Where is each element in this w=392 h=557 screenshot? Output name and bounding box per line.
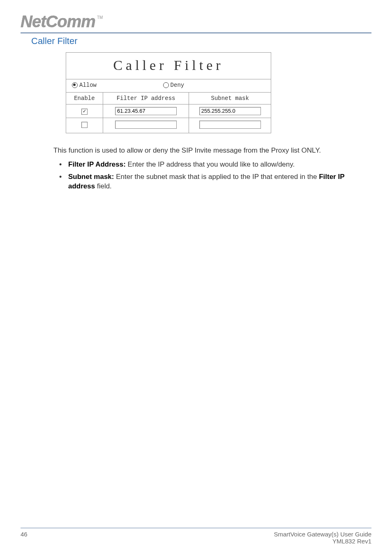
revision: YML832 Rev1 <box>274 538 371 545</box>
list-item: Filter IP Address: Enter the IP address … <box>67 160 371 169</box>
page-footer: 46 SmartVoice Gateway(s) User Guide YML8… <box>21 528 371 545</box>
header-rule <box>21 32 371 33</box>
body-text: This function is used to allow or deny t… <box>53 146 371 191</box>
desc-subnet-pre: Enter the subnet mask that is applied to… <box>114 173 319 181</box>
panel-title: Caller Filter <box>113 58 224 73</box>
guide-title: SmartVoice Gateway(s) User Guide <box>274 531 371 538</box>
subnet-mask-input[interactable]: 255.255.255.0 <box>199 107 261 115</box>
panel-title-box: Caller Filter <box>66 52 271 79</box>
column-header-filter-ip: Filter IP address <box>103 93 189 104</box>
brand-logo: NetComm TM <box>21 12 371 31</box>
subnet-mask-input[interactable] <box>199 121 261 129</box>
column-header-enable: Enable <box>66 93 103 104</box>
deny-radio[interactable]: Deny <box>163 82 184 88</box>
term-subnet-mask: Subnet mask: <box>68 173 114 181</box>
table-row: ✓ 61.23.45.67 255.255.255.0 <box>66 104 271 118</box>
enable-checkbox[interactable]: ✓ <box>81 109 88 115</box>
caller-filter-panel: Caller Filter Allow Deny <box>66 52 271 133</box>
term-filter-ip: Filter IP Address: <box>68 160 126 168</box>
radio-icon <box>163 82 169 88</box>
allow-radio-label: Allow <box>79 82 97 88</box>
desc-filter-ip: Enter the IP address that you would like… <box>126 160 295 168</box>
radio-icon <box>72 82 78 88</box>
column-header-subnet: Subnet mask <box>189 93 271 104</box>
caller-filter-table: Allow Deny Enable Filter IP address Subn… <box>66 79 271 133</box>
section-title: Caller Filter <box>31 36 371 46</box>
logo-text: NetComm <box>21 12 95 31</box>
list-item: Subnet mask: Enter the subnet mask that … <box>67 172 371 192</box>
page-number: 46 <box>21 531 28 545</box>
deny-radio-label: Deny <box>171 82 184 88</box>
intro-paragraph: This function is used to allow or deny t… <box>53 146 371 155</box>
enable-checkbox[interactable] <box>81 122 88 128</box>
desc-subnet-post: field. <box>95 182 112 190</box>
filter-ip-input[interactable] <box>115 121 177 129</box>
trademark-symbol: TM <box>97 15 103 20</box>
filter-ip-input[interactable]: 61.23.45.67 <box>115 107 177 115</box>
table-row <box>66 118 271 133</box>
allow-radio[interactable]: Allow <box>72 82 97 88</box>
